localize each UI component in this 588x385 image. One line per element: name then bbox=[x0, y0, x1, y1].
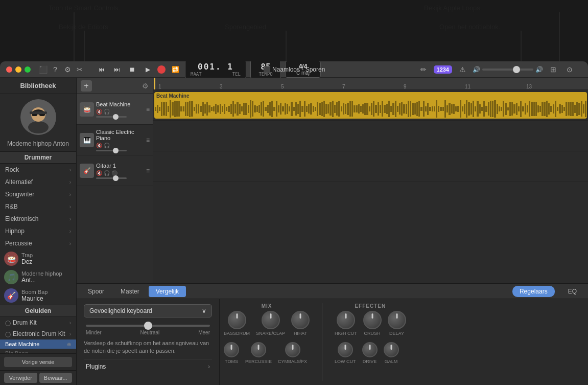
close-button[interactable] bbox=[6, 66, 12, 73]
ruler-mark-11: 11 bbox=[465, 84, 471, 89]
fast-forward-button[interactable]: ⏭ bbox=[111, 64, 123, 75]
library-item-songwriter[interactable]: Songwriter› bbox=[0, 188, 76, 200]
sound-item-beat-machine[interactable]: Beat Machine ⊕ bbox=[0, 339, 76, 349]
drummer-item-ant...[interactable]: 🎵 Moderne hiphop Ant... bbox=[0, 268, 76, 286]
track-icon: 🥁 bbox=[80, 102, 94, 117]
track-end-icon[interactable]: ≡ bbox=[146, 167, 150, 174]
headphone-icon[interactable]: 🎧 bbox=[104, 109, 110, 115]
drummer-item-maurice[interactable]: 🎸 Boom Bap Maurice bbox=[0, 286, 76, 305]
percussie-knob[interactable] bbox=[251, 342, 266, 357]
track-end-icon[interactable]: ≡ bbox=[146, 137, 150, 144]
scissors-icon[interactable]: ✂ bbox=[74, 63, 86, 76]
track-row-beat-machine[interactable]: 🥁 Beat Machine 🔇 🎧 ≡ bbox=[77, 94, 153, 125]
smart-controls-icon[interactable]: ⚙ bbox=[61, 63, 74, 76]
sound-item-big-bang[interactable]: Big Bang bbox=[0, 349, 76, 353]
library-item-alternatief[interactable]: Alternatief› bbox=[0, 176, 76, 188]
drum-kit-item[interactable]: ◯ Drum Kit › bbox=[0, 317, 76, 328]
regelaars-button[interactable]: Regelaars bbox=[512, 286, 555, 297]
cycle-button[interactable]: 🔁 bbox=[170, 64, 181, 75]
record-button[interactable] bbox=[157, 65, 166, 74]
waveform-bar bbox=[544, 102, 546, 116]
tab-spoor[interactable]: Spoor bbox=[81, 286, 111, 297]
play-button[interactable]: ▶ bbox=[142, 64, 153, 75]
library-item-percussie[interactable]: Percussie› bbox=[0, 237, 76, 250]
bassdrum-knob-group: BASSDRUM bbox=[224, 311, 250, 336]
waveform-bar bbox=[263, 101, 264, 117]
waveform-bar bbox=[194, 107, 195, 111]
snareclap-knob[interactable] bbox=[262, 311, 280, 329]
content-area: Bibliotheek bbox=[0, 78, 588, 385]
toms-knob[interactable] bbox=[224, 342, 239, 357]
add-track-button[interactable]: + bbox=[81, 80, 92, 92]
track-volume-slider-1[interactable] bbox=[96, 150, 127, 151]
delay-knob[interactable] bbox=[388, 311, 406, 329]
remove-button[interactable]: Verwijder bbox=[4, 373, 37, 383]
track-settings-icon[interactable]: ⚙ bbox=[142, 82, 149, 90]
lowcut-knob[interactable] bbox=[338, 342, 353, 357]
headphone-icon[interactable]: 🎧 bbox=[104, 170, 110, 176]
bassdrum-knob[interactable] bbox=[228, 311, 246, 329]
waveform-bar bbox=[360, 106, 362, 111]
drummer-item-dez[interactable]: 🥁 Trap Dez bbox=[0, 250, 76, 268]
volume-slider[interactable] bbox=[482, 69, 533, 71]
sensitivity-slider[interactable]: Minder Neutraal Meer bbox=[84, 322, 212, 335]
mute-icon[interactable]: 🔇 bbox=[96, 143, 102, 148]
tab-master[interactable]: Master bbox=[113, 286, 147, 297]
mute-icon[interactable]: 🔇 bbox=[96, 109, 102, 115]
waveform-bar bbox=[440, 107, 441, 111]
waveform-bar bbox=[392, 103, 394, 115]
waveform-bar bbox=[490, 101, 491, 118]
chevron-icon: › bbox=[69, 204, 71, 210]
master-volume: 🔊 🔊 bbox=[473, 66, 543, 73]
track-end-icon[interactable]: ≡ bbox=[146, 106, 150, 113]
tab-eq[interactable]: EQ bbox=[561, 286, 584, 297]
library-item-hiphop[interactable]: Hiphop› bbox=[0, 225, 76, 237]
track-row-gitaar-1[interactable]: 🎸 Gitaar 1 🔇 🎧 ⚫ ≡ bbox=[77, 155, 153, 186]
waveform-bar bbox=[531, 102, 532, 116]
waveform-bar bbox=[403, 104, 405, 114]
galm-knob[interactable] bbox=[384, 342, 399, 357]
waveform-bar bbox=[183, 106, 184, 111]
position-display[interactable]: 001. 1 MAAT TEL bbox=[185, 61, 246, 79]
maximize-button[interactable] bbox=[25, 66, 31, 73]
waveform-bar bbox=[159, 107, 160, 111]
save-button[interactable]: Bewaar... bbox=[39, 373, 73, 383]
beat-machine-clip[interactable]: Beat Machine bbox=[154, 92, 587, 119]
help-icon[interactable]: ? bbox=[49, 63, 61, 76]
mute-icon[interactable]: 🔇 bbox=[96, 170, 102, 176]
library-item-rock[interactable]: Rock› bbox=[0, 164, 76, 176]
waveform-bar bbox=[542, 102, 543, 116]
alert-icon[interactable]: ⚠ bbox=[456, 63, 468, 76]
drive-knob[interactable] bbox=[362, 342, 378, 357]
edit-icon[interactable]: ✏ bbox=[417, 63, 430, 76]
plugins-row[interactable]: Plugins › bbox=[84, 359, 212, 373]
crush-knob[interactable] bbox=[363, 311, 382, 329]
waveform-bar bbox=[449, 103, 450, 115]
library-item-elektronisch[interactable]: Elektronisch› bbox=[0, 213, 76, 225]
library-item-rb[interactable]: R&B› bbox=[0, 200, 76, 213]
waveform-bar bbox=[301, 106, 303, 112]
electronic-drum-kit-item[interactable]: ◯ Electronic Drum Kit › bbox=[0, 328, 76, 339]
waveform-bar bbox=[581, 101, 582, 117]
waveform-bar bbox=[525, 103, 526, 115]
waveform-bar bbox=[289, 106, 290, 111]
waveform-bar bbox=[271, 101, 273, 117]
minimize-button[interactable] bbox=[15, 66, 21, 73]
waveform-bar bbox=[566, 102, 567, 116]
highcut-knob[interactable] bbox=[337, 311, 355, 329]
version-button[interactable]: Vorige versie bbox=[4, 357, 72, 367]
track-row-classic-electric-piano[interactable]: 🎹 Classic Electric Piano 🔇 🎧 ≡ bbox=[77, 125, 153, 155]
hihat-knob[interactable] bbox=[291, 311, 310, 329]
headphone-icon[interactable]: 🎧 bbox=[104, 143, 110, 148]
track-volume-slider-2[interactable] bbox=[96, 177, 127, 179]
library-icon[interactable]: ⬛ bbox=[37, 63, 49, 76]
stop-button[interactable]: ⏹ bbox=[127, 64, 138, 75]
cymbals-knob[interactable] bbox=[285, 342, 300, 357]
grid-icon[interactable]: ⊞ bbox=[547, 63, 559, 76]
record-enable-icon[interactable]: ⚫ bbox=[111, 170, 117, 176]
track-volume-slider-0[interactable] bbox=[96, 116, 127, 118]
tab-vergelijk[interactable]: Vergelijk bbox=[149, 286, 186, 297]
apple-loops-icon[interactable]: ⊙ bbox=[563, 63, 576, 76]
rewind-button[interactable]: ⏮ bbox=[96, 64, 107, 75]
keyboard-sensitivity-dropdown[interactable]: Gevoeligheid keyboard ∨ bbox=[84, 304, 212, 318]
